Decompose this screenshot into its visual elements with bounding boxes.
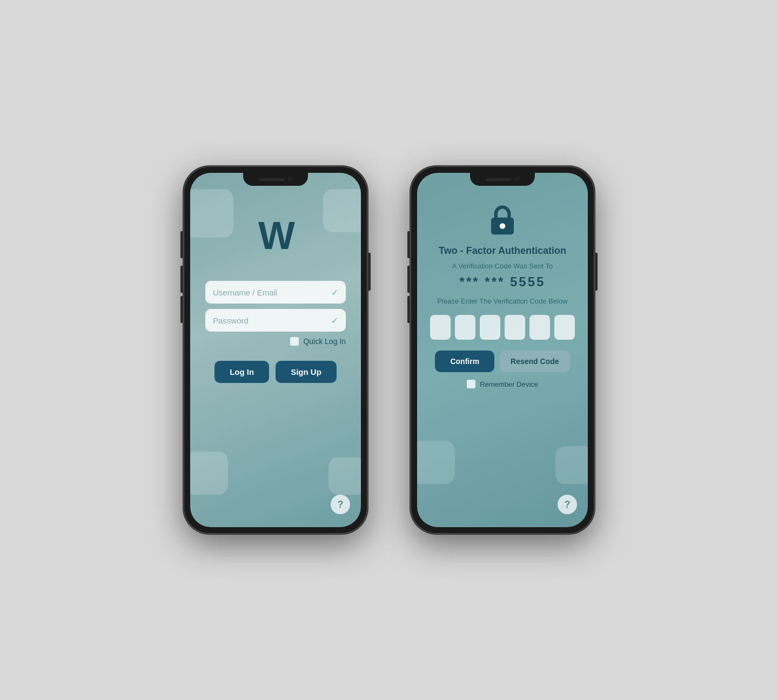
password-placeholder: Password xyxy=(213,316,331,325)
deco-tr xyxy=(323,189,361,232)
code-box-1[interactable] xyxy=(430,315,451,340)
phone-twofa: Two - Factor Authentication A Verificati… xyxy=(411,166,594,534)
lock-icon xyxy=(487,205,518,235)
twofa-subtitle: A Verification Code Was Sent To xyxy=(452,262,553,270)
help-button-2[interactable]: ? xyxy=(558,495,577,514)
phone-login: W Username / Email ✓ Password ✓ Quick Lo… xyxy=(184,166,367,534)
deco-twofa-br xyxy=(555,446,588,484)
help-button-1[interactable]: ? xyxy=(331,495,350,514)
twofa-content: Two - Factor Authentication A Verificati… xyxy=(417,173,588,388)
speaker-1 xyxy=(259,178,285,181)
resend-button[interactable]: Resend Code xyxy=(500,351,569,372)
code-box-6[interactable] xyxy=(554,315,575,340)
code-box-4[interactable] xyxy=(505,315,525,340)
phone-login-screen: W Username / Email ✓ Password ✓ Quick Lo… xyxy=(190,173,361,527)
username-check-icon: ✓ xyxy=(331,287,338,298)
app-logo: W xyxy=(258,216,293,255)
svg-point-1 xyxy=(500,223,506,229)
code-box-2[interactable] xyxy=(455,315,475,340)
twofa-background: Two - Factor Authentication A Verificati… xyxy=(417,173,588,527)
login-button[interactable]: Log In xyxy=(214,361,269,383)
remember-row: Remember Device xyxy=(467,380,538,388)
twofa-title: Two - Factor Authentication xyxy=(439,245,566,257)
notch-1 xyxy=(243,173,308,186)
quick-log-label: Quick Log In xyxy=(303,337,346,346)
camera-1 xyxy=(288,177,292,181)
code-box-3[interactable] xyxy=(480,315,500,340)
speaker-2 xyxy=(486,178,512,181)
quick-log-row: Quick Log In xyxy=(205,337,346,346)
masked-phone-number: *** *** 5555 xyxy=(460,274,546,290)
code-input-row xyxy=(430,315,575,340)
login-btn-row: Log In Sign Up xyxy=(214,361,337,383)
deco-tl xyxy=(190,189,233,238)
deco-twofa-bl xyxy=(417,441,455,484)
deco-br xyxy=(328,457,361,495)
twofa-btn-row: Confirm Resend Code xyxy=(435,351,569,372)
phone-twofa-screen: Two - Factor Authentication A Verificati… xyxy=(417,173,588,527)
username-placeholder: Username / Email xyxy=(213,288,331,297)
code-box-5[interactable] xyxy=(529,315,550,340)
confirm-button[interactable]: Confirm xyxy=(435,351,494,372)
quick-log-checkbox[interactable] xyxy=(290,337,299,346)
username-field[interactable]: Username / Email ✓ xyxy=(205,281,346,304)
remember-checkbox[interactable] xyxy=(467,380,475,388)
login-background: W Username / Email ✓ Password ✓ Quick Lo… xyxy=(190,173,361,527)
remember-label: Remember Device xyxy=(480,380,538,388)
twofa-instruction: Please Enter The Verification Code Below xyxy=(437,297,567,305)
camera-2 xyxy=(515,177,519,181)
password-field[interactable]: Password ✓ xyxy=(205,309,346,332)
password-check-icon: ✓ xyxy=(331,315,338,326)
deco-bl xyxy=(190,452,228,495)
notch-2 xyxy=(470,173,535,186)
signup-button[interactable]: Sign Up xyxy=(276,361,337,383)
